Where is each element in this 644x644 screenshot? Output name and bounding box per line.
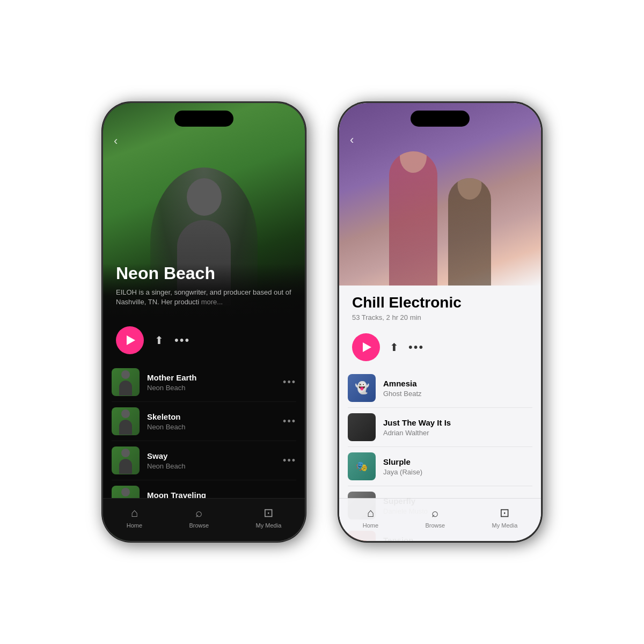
- mymedia-icon: ⊡: [264, 506, 273, 520]
- track-row-light[interactable]: Just The Way It Is Adrian Walther: [348, 408, 532, 447]
- nav-browse-2[interactable]: ⌕ Browse: [425, 506, 445, 529]
- dynamic-island-2: [411, 111, 470, 127]
- silhouette-head: [187, 178, 222, 216]
- track-artist-light: Jaya (Raise): [383, 468, 532, 476]
- play-button-2[interactable]: [352, 333, 380, 361]
- more-options-button-2[interactable]: •••: [408, 340, 424, 354]
- track-title-light: Just The Way It Is: [383, 418, 532, 427]
- thumb-art: [112, 447, 140, 474]
- home-icon-2: ⌂: [367, 506, 374, 520]
- bottom-nav-1: ⌂ Home ⌕ Browse ⊡ My Media: [103, 498, 305, 541]
- play-button[interactable]: [116, 326, 144, 354]
- thumb-figure: [117, 449, 134, 472]
- dynamic-island-1: [174, 111, 233, 127]
- track-thumbnail: [112, 407, 140, 435]
- bottom-nav-2: ⌂ Home ⌕ Browse ⊡ My Media: [339, 498, 541, 541]
- artist-name: Neon Beach: [116, 264, 292, 283]
- share-button[interactable]: ⬆: [155, 334, 164, 347]
- track-row-light[interactable]: 🎭 Slurple Jaya (Raise): [348, 447, 532, 486]
- phone2-hero: [339, 103, 541, 286]
- track-more-button[interactable]: •••: [283, 416, 296, 427]
- thumb-art: [112, 407, 140, 435]
- track-row[interactable]: Mother Earth Neon Beach •••: [112, 363, 296, 402]
- track-artist-name: Neon Beach: [147, 384, 275, 392]
- nav-home-label-2: Home: [363, 522, 378, 529]
- track-row-light[interactable]: 👻 Amnesia Ghost Beatz: [348, 369, 532, 408]
- mymedia-icon-2: ⊡: [500, 506, 509, 520]
- nav-mymedia-label: My Media: [256, 522, 282, 529]
- track-thumbnail-slurple: 🎭: [348, 452, 376, 480]
- phone1-controls: ⬆ •••: [103, 318, 305, 363]
- track-info-light: Just The Way It Is Adrian Walther: [383, 418, 532, 437]
- phone1-hero: Neon Beach EILOH is a singer, songwriter…: [103, 103, 305, 318]
- phone2-screen: ‹ Chill Electronic 53 Tracks, 2 hr 20 mi…: [339, 103, 541, 541]
- browse-icon: ⌕: [195, 506, 202, 520]
- nav-home[interactable]: ⌂ Home: [127, 506, 142, 529]
- thumb-head: [121, 370, 130, 379]
- play-icon: [127, 335, 135, 345]
- home-icon: ⌂: [131, 506, 138, 520]
- track-thumbnail: [112, 447, 140, 474]
- track-artist-name: Neon Beach: [147, 462, 275, 470]
- artist-bio: EILOH is a singer, songwriter, and produ…: [116, 288, 292, 307]
- browse-icon-2: ⌕: [431, 506, 438, 520]
- track-info-light: Amnesia Ghost Beatz: [383, 379, 532, 398]
- nav-mymedia[interactable]: ⊡ My Media: [256, 506, 282, 529]
- track-info: Skeleton Neon Beach: [147, 412, 275, 431]
- track-artist-name: Neon Beach: [147, 423, 275, 431]
- thumb-art: [112, 368, 140, 396]
- nav-mymedia-label-2: My Media: [492, 522, 518, 529]
- playlist-meta: 53 Tracks, 2 hr 20 min: [352, 313, 528, 321]
- artist-info: Neon Beach EILOH is a singer, songwriter…: [103, 264, 305, 318]
- nav-mymedia-2[interactable]: ⊡ My Media: [492, 506, 518, 529]
- playlist-info: Chill Electronic 53 Tracks, 2 hr 20 min: [339, 286, 541, 333]
- track-thumbnail-amnesia: 👻: [348, 374, 376, 402]
- track-more-button[interactable]: •••: [283, 377, 296, 388]
- thumb-figure: [117, 370, 134, 394]
- thumb-head: [121, 449, 130, 457]
- thumb-figure: [117, 409, 134, 433]
- phone-1: Neon Beach EILOH is a singer, songwriter…: [102, 102, 306, 542]
- thumb-body: [119, 459, 132, 474]
- track-thumbnail: [112, 368, 140, 396]
- back-button[interactable]: ‹: [114, 134, 118, 148]
- phone1-screen: Neon Beach EILOH is a singer, songwriter…: [103, 103, 305, 541]
- teal-art: 🎭: [356, 460, 368, 472]
- phone-2: ‹ Chill Electronic 53 Tracks, 2 hr 20 mi…: [338, 102, 542, 542]
- back-button-2[interactable]: ‹: [350, 133, 354, 147]
- nav-home-2[interactable]: ⌂ Home: [363, 506, 378, 529]
- nav-browse-label: Browse: [189, 522, 209, 529]
- nav-browse-label-2: Browse: [425, 522, 445, 529]
- ghost-icon: 👻: [355, 381, 369, 395]
- figure-right: [448, 178, 491, 286]
- thumb-head: [121, 409, 130, 418]
- track-row[interactable]: Sway Neon Beach •••: [112, 441, 296, 480]
- thumb-body: [119, 420, 132, 435]
- figure-left: [389, 151, 437, 286]
- play-icon-2: [363, 342, 371, 352]
- nav-browse[interactable]: ⌕ Browse: [189, 506, 209, 529]
- track-title: Sway: [147, 451, 275, 460]
- track-title-light: Amnesia: [383, 379, 532, 388]
- track-info: Mother Earth Neon Beach: [147, 373, 275, 392]
- thumb-body: [119, 380, 132, 396]
- thumb-head: [121, 488, 130, 496]
- track-title: Mother Earth: [147, 373, 275, 382]
- track-row[interactable]: Skeleton Neon Beach •••: [112, 402, 296, 441]
- track-title-light: Slurple: [383, 457, 532, 466]
- playlist-title: Chill Electronic: [352, 294, 528, 311]
- track-artist-light: Adrian Walther: [383, 429, 532, 437]
- more-options-button[interactable]: •••: [174, 333, 190, 347]
- more-link[interactable]: more...: [201, 298, 223, 306]
- track-title: Skeleton: [147, 412, 275, 421]
- track-info: Sway Neon Beach: [147, 451, 275, 470]
- track-info-light: Slurple Jaya (Raise): [383, 457, 532, 476]
- share-button-2[interactable]: ⬆: [390, 341, 399, 354]
- phone2-controls: ⬆ •••: [339, 333, 541, 369]
- track-artist-light: Ghost Beatz: [383, 390, 532, 398]
- hero-people: [339, 135, 541, 286]
- nav-home-label: Home: [127, 522, 142, 529]
- track-thumbnail-jtwii: [348, 413, 376, 441]
- track-more-button[interactable]: •••: [283, 455, 296, 466]
